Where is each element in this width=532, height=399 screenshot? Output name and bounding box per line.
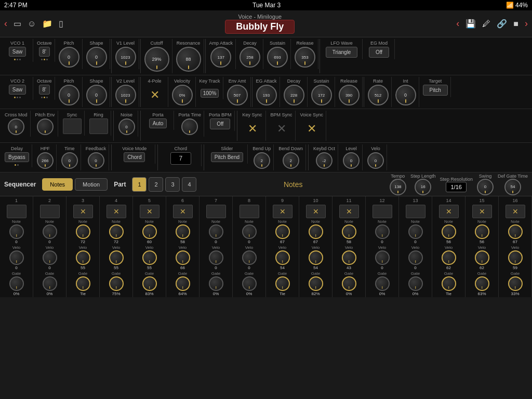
step-pad-14[interactable]: ✕ xyxy=(439,205,459,218)
gate-time-knob[interactable]: 54 xyxy=(504,179,521,195)
step-pad-6[interactable]: ✕ xyxy=(173,205,193,218)
step-gate-knob-2[interactable] xyxy=(43,276,57,291)
back-button[interactable]: ‹ xyxy=(4,18,7,29)
icon-save[interactable]: 💾 xyxy=(466,19,476,29)
step-gate-knob-14[interactable] xyxy=(442,276,456,291)
step-velo-knob-5[interactable] xyxy=(142,250,157,265)
icon-window[interactable]: ▭ xyxy=(14,19,21,29)
step-gate-knob-16[interactable] xyxy=(508,276,523,291)
ring-button[interactable] xyxy=(89,118,108,134)
envamt-knob[interactable]: 507 xyxy=(227,85,248,105)
porta-select[interactable]: Auto xyxy=(149,118,167,128)
step-pad-16[interactable]: ✕ xyxy=(506,205,525,218)
icon-copy[interactable]: ▯ xyxy=(59,19,63,29)
eg-mod-select[interactable]: Off xyxy=(369,47,389,58)
lfo-target-select[interactable]: Pitch xyxy=(423,85,448,96)
amp-release-knob[interactable]: 353 xyxy=(295,47,315,68)
step-gate-knob-6[interactable] xyxy=(176,276,190,291)
step-pad-1[interactable] xyxy=(7,205,26,218)
swing-knob[interactable]: 0 xyxy=(477,179,494,195)
step-velo-knob-6[interactable] xyxy=(176,250,190,265)
step-pad-11[interactable]: ✕ xyxy=(339,205,359,218)
step-note-knob-4[interactable] xyxy=(109,224,124,239)
step-velo-knob-7[interactable] xyxy=(209,250,223,265)
part-3-button[interactable]: 3 xyxy=(165,177,180,192)
step-gate-knob-5[interactable] xyxy=(142,276,157,291)
step-gate-knob-10[interactable] xyxy=(309,276,323,291)
vco1-shape-knob[interactable]: 0 xyxy=(86,47,107,68)
step-pad-13[interactable] xyxy=(406,205,425,218)
step-gate-knob-15[interactable] xyxy=(475,276,489,291)
portabpm-btn[interactable]: Off xyxy=(210,118,230,129)
step-note-knob-13[interactable] xyxy=(408,224,423,239)
voicesync-toggle[interactable]: ✕ xyxy=(301,118,322,139)
step-velo-knob-9[interactable] xyxy=(275,250,290,265)
step-gate-knob-9[interactable] xyxy=(275,276,290,291)
lfo-wave-select[interactable]: Triangle xyxy=(326,47,358,58)
vco1-shape-select[interactable]: Saw xyxy=(9,47,26,57)
sync-button[interactable] xyxy=(63,118,82,134)
step-note-knob-3[interactable] xyxy=(76,224,90,239)
step-note-knob-14[interactable] xyxy=(442,224,456,239)
step-velo-knob-15[interactable] xyxy=(475,250,489,265)
bpmsync-toggle[interactable]: ✕ xyxy=(271,118,292,139)
step-gate-knob-3[interactable] xyxy=(76,276,90,291)
eg-sustain-knob[interactable]: 172 xyxy=(311,85,332,105)
step-note-knob-12[interactable] xyxy=(375,224,390,239)
velocity-knob[interactable]: 0% xyxy=(172,85,193,105)
step-velo-knob-1[interactable] xyxy=(9,250,24,265)
step-note-knob-15[interactable] xyxy=(475,224,489,239)
step-gate-knob-11[interactable] xyxy=(342,276,356,291)
eg-release-knob[interactable]: 390 xyxy=(339,85,360,105)
vco2-shape-knob[interactable]: 0 xyxy=(86,85,107,105)
step-velo-knob-10[interactable] xyxy=(309,250,323,265)
step-pad-15[interactable]: ✕ xyxy=(472,205,492,218)
noise-knob[interactable]: 0 xyxy=(118,118,135,135)
step-velo-knob-12[interactable] xyxy=(375,250,390,265)
voicemode-select[interactable]: Chord xyxy=(124,152,145,162)
resonance-knob[interactable]: 88 xyxy=(176,47,201,72)
step-note-knob-6[interactable] xyxy=(176,224,190,239)
step-velo-knob-14[interactable] xyxy=(442,250,456,265)
eg-attack-knob[interactable]: 193 xyxy=(256,85,277,105)
lfo-rate-knob[interactable]: 512 xyxy=(368,85,389,105)
vco2-octave-select[interactable]: 8' xyxy=(39,85,50,95)
step-pad-4[interactable]: ✕ xyxy=(107,205,126,218)
delay-time-knob[interactable]: 0 xyxy=(61,152,78,169)
v2level-knob[interactable]: 1023 xyxy=(115,85,136,105)
step-res-display[interactable]: 1/16 xyxy=(446,182,466,192)
step-note-knob-9[interactable] xyxy=(275,224,290,239)
step-pad-3[interactable]: ✕ xyxy=(73,205,93,218)
prev-icon[interactable]: ‹ xyxy=(456,18,459,29)
slider-select[interactable]: Pitch Bend xyxy=(211,152,243,162)
vco1-octave-select[interactable]: 8' xyxy=(39,47,50,57)
step-velo-knob-16[interactable] xyxy=(508,250,523,265)
eg-decay-knob[interactable]: 228 xyxy=(284,85,304,105)
step-gate-knob-4[interactable] xyxy=(109,276,124,291)
amp-attack-knob[interactable]: 137 xyxy=(210,47,231,68)
step-gate-knob-1[interactable] xyxy=(9,276,24,291)
step-pad-12[interactable] xyxy=(373,205,392,218)
step-gate-knob-7[interactable] xyxy=(209,276,223,291)
portatime-knob[interactable] xyxy=(181,118,198,135)
step-velo-knob-4[interactable] xyxy=(109,250,124,265)
part-2-button[interactable]: 2 xyxy=(149,177,163,192)
patch-name[interactable]: Bubbly Fly xyxy=(225,20,295,34)
step-note-knob-10[interactable] xyxy=(309,224,323,239)
step-velo-knob-3[interactable] xyxy=(76,250,90,265)
chord-value[interactable]: 7 xyxy=(170,152,191,165)
motion-button[interactable]: Motion xyxy=(75,178,108,191)
keysync-toggle[interactable]: ✕ xyxy=(242,118,263,139)
step-velo-knob-2[interactable] xyxy=(43,250,57,265)
icon-store[interactable]: ■ xyxy=(513,19,518,29)
kbdoct-knob[interactable]: -2 xyxy=(316,152,332,169)
step-gate-knob-13[interactable] xyxy=(408,276,423,291)
hpf-knob[interactable]: 266 xyxy=(37,152,54,169)
vco2-shape-select[interactable]: Saw xyxy=(9,85,26,95)
icon-folder[interactable]: 📁 xyxy=(42,19,52,29)
step-pad-10[interactable]: ✕ xyxy=(306,205,326,218)
bendup-knob[interactable]: 2 xyxy=(254,152,270,169)
step-pad-9[interactable]: ✕ xyxy=(273,205,292,218)
four-pole-toggle[interactable]: ✕ xyxy=(144,85,165,105)
icon-share[interactable]: 🔗 xyxy=(497,19,507,29)
